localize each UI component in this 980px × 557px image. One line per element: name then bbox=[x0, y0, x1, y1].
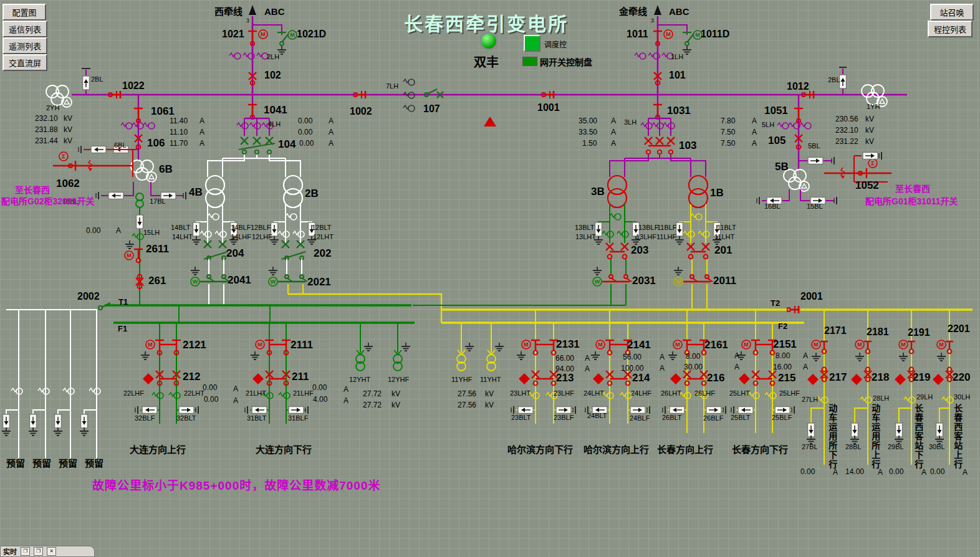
transformer-icon bbox=[689, 189, 708, 207]
note-east-1: 至长春西 bbox=[895, 184, 930, 193]
node bbox=[243, 150, 246, 154]
disc-1002: 1002 bbox=[350, 107, 372, 117]
ct-13LHT: 13LHT bbox=[575, 234, 596, 240]
disc-1051: 1051 bbox=[764, 105, 788, 116]
val-2yh-3: 231.44 bbox=[35, 137, 58, 145]
program-list-button[interactable]: 程控列表 bbox=[928, 21, 973, 37]
up-arrow-icon bbox=[654, 5, 661, 15]
disc-1012: 1012 bbox=[787, 82, 809, 92]
fuse-26BLF: 26BLF bbox=[703, 415, 723, 422]
ct-icon bbox=[653, 53, 660, 59]
disc-1041: 1041 bbox=[264, 105, 287, 115]
brk-106: 106 bbox=[147, 138, 165, 148]
fuse-32BLF: 32BLF bbox=[135, 415, 155, 422]
val-12yh-2: 27.72 bbox=[363, 401, 382, 409]
brk-220: 220 bbox=[953, 372, 970, 383]
dir-changchun-down: 长春方向下行 bbox=[732, 445, 788, 454]
ct-icon bbox=[248, 53, 254, 59]
node bbox=[608, 255, 612, 259]
ct-11LHT: 11LHT bbox=[714, 234, 734, 240]
brk-103: 103 bbox=[679, 140, 696, 151]
disc-2201: 2201 bbox=[948, 324, 970, 334]
ct-4LH: 4LH bbox=[268, 121, 281, 128]
motor-icon: M bbox=[939, 341, 944, 348]
ct-11LHF: 11LHF bbox=[656, 234, 676, 240]
u-217: A bbox=[833, 469, 838, 476]
sw-204: 204 bbox=[226, 248, 244, 259]
brk-219: 219 bbox=[913, 372, 930, 383]
wire bbox=[939, 408, 949, 424]
disc-1052: 1052 bbox=[855, 180, 879, 191]
val-218: 14.00 bbox=[845, 468, 864, 475]
ct-24LHF: 24LHF bbox=[631, 390, 651, 397]
unit-11yh-1: kV bbox=[485, 390, 494, 398]
fuse-2BL-west: 2BL bbox=[91, 76, 103, 83]
ct-icon bbox=[408, 105, 415, 112]
disc-2611: 2611 bbox=[146, 244, 169, 254]
unit-2yh-2: kV bbox=[64, 126, 72, 133]
fuse-12BLF: 12BLF bbox=[251, 224, 271, 231]
alarm-triangle-icon bbox=[484, 117, 496, 126]
ct-icon bbox=[126, 123, 132, 129]
pt-11YHF: 11YHF bbox=[451, 376, 472, 383]
val-217: 0.00 bbox=[800, 468, 815, 475]
unit-11yh-2: kV bbox=[485, 401, 494, 409]
dispatch-control-label: 调度控 bbox=[544, 39, 567, 49]
station-status-led bbox=[479, 32, 498, 50]
nav-config-button[interactable]: 配置图 bbox=[2, 4, 46, 21]
u-103-r1: A bbox=[752, 117, 757, 125]
taskbar-fragment[interactable]: 实时 ❐ ❐ ✕ bbox=[0, 546, 95, 557]
disc-1011: 1011 bbox=[627, 29, 648, 39]
u-104-2: A bbox=[329, 128, 334, 136]
meter-icon: Σ bbox=[871, 160, 875, 166]
motor-icon: M bbox=[744, 341, 749, 348]
motor-icon: W bbox=[595, 278, 600, 285]
motor-icon: M bbox=[666, 31, 671, 37]
val-215-1: 8.00 bbox=[776, 352, 790, 359]
disc-2161: 2161 bbox=[704, 340, 728, 350]
fuse-23BLT: 23BLT bbox=[511, 414, 531, 421]
diamond-indicator bbox=[143, 373, 154, 384]
nav-yaoxin-button[interactable]: 遥信列表 bbox=[2, 21, 47, 37]
window-restore-icon[interactable]: ❐ bbox=[21, 547, 30, 556]
fuse-23BLF: 23BLF bbox=[554, 414, 574, 421]
brk-211: 211 bbox=[292, 371, 309, 382]
wire bbox=[855, 408, 868, 424]
close-icon[interactable]: ✕ bbox=[47, 547, 56, 556]
dispatch-control-indicator[interactable] bbox=[524, 35, 540, 52]
val-216-1: 8.00 bbox=[686, 353, 700, 360]
brk-214: 214 bbox=[632, 373, 650, 383]
val-11yh-2: 27.56 bbox=[458, 401, 476, 409]
ct-icon bbox=[615, 214, 621, 220]
nav-acdc-button[interactable]: 交直流屏 bbox=[2, 54, 47, 71]
disc-2131: 2131 bbox=[556, 339, 580, 350]
ct-icon bbox=[291, 214, 297, 220]
motor-icon: M bbox=[857, 341, 862, 348]
motor-icon: M bbox=[290, 32, 295, 38]
ct-2LH: 2LH bbox=[267, 54, 279, 60]
motor-icon: M bbox=[695, 32, 700, 38]
brk-216: 216 bbox=[707, 373, 724, 383]
sw-2021: 2021 bbox=[307, 277, 331, 287]
ct-21LHF: 21LHF bbox=[293, 390, 314, 397]
brk-201: 201 bbox=[714, 245, 732, 255]
u-218: A bbox=[878, 469, 883, 476]
diamond-indicator bbox=[252, 373, 264, 384]
arrester-icon bbox=[841, 176, 845, 179]
motor-icon: M bbox=[524, 341, 529, 348]
nav-yaoce-button[interactable]: 遥测列表 bbox=[2, 37, 47, 54]
disc-2111: 2111 bbox=[291, 340, 313, 350]
diamond-indicator bbox=[895, 374, 906, 385]
station-call-button[interactable]: 站召唤 bbox=[930, 4, 974, 21]
val-2yh-2: 231.88 bbox=[35, 126, 58, 133]
dir-217: 动车运用所下行 bbox=[828, 404, 837, 469]
window-restore-icon[interactable]: ❐ bbox=[34, 547, 43, 556]
u-213-1: A bbox=[585, 355, 590, 362]
u-103-r3: A bbox=[752, 140, 757, 147]
west-line-name: 西牵线 bbox=[214, 7, 243, 16]
dir-haerbin-up: 哈尔滨方向上行 bbox=[584, 445, 649, 454]
brk-203: 203 bbox=[631, 245, 648, 255]
val-2yh-1: 232.10 bbox=[35, 115, 58, 122]
u-215-2: A bbox=[803, 363, 808, 371]
u-104-3: A bbox=[329, 140, 334, 147]
